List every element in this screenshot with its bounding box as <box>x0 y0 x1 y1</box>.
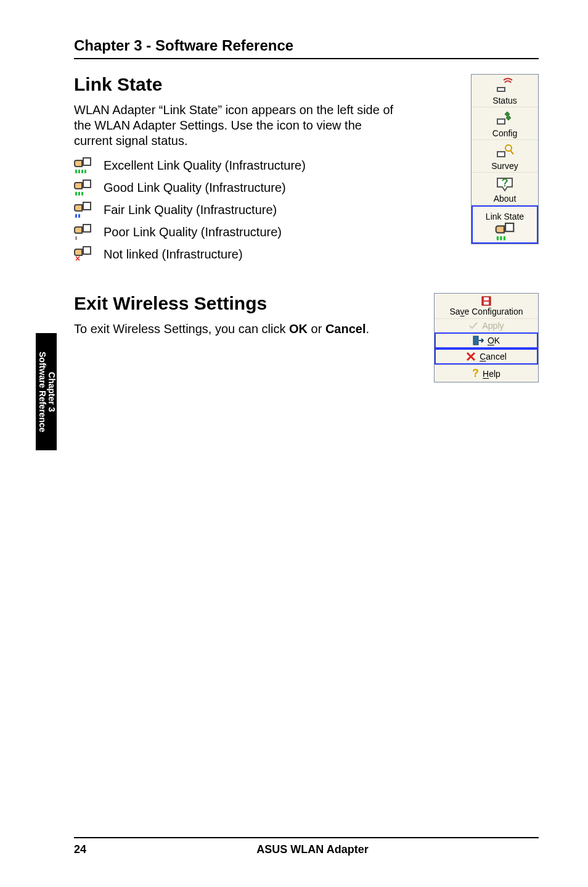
quality-row-notlinked: × Not linked (Infrastructure) <box>74 246 401 262</box>
quality-label: Not linked (Infrastructure) <box>104 247 243 262</box>
quality-row-excellent: Excellent Link Quality (Infrastructure) <box>74 157 401 173</box>
x-icon <box>466 352 476 361</box>
quality-row-fair: Fair Link Quality (Infrastructure) <box>74 202 401 218</box>
quality-row-good: Good Link Quality (Infrastructure) <box>74 179 401 196</box>
exit-text-pre: To exit Wireless Settings, you can click <box>74 322 289 336</box>
sidebar-item-survey[interactable]: Survey <box>472 140 538 173</box>
wlan-excellent-icon <box>74 157 92 173</box>
wlan-poor-icon <box>74 224 92 240</box>
sidebar-item-label: Link State <box>486 212 524 221</box>
linkstate-icon <box>494 221 516 239</box>
svg-rect-7 <box>484 302 489 305</box>
footer-page-number: 24 <box>74 843 86 856</box>
quality-label: Fair Link Quality (Infrastructure) <box>104 203 277 217</box>
exit-title: Exit Wireless Settings <box>74 293 369 314</box>
cancel-label: Cancel <box>480 352 507 361</box>
sidebar-panel: Status Config Survey <box>471 74 539 244</box>
wlan-fair-icon <box>74 202 92 218</box>
save-label: Save Configuration <box>449 307 523 316</box>
sidebar-item-about[interactable]: About <box>472 173 538 205</box>
chapter-heading: Chapter 3 - Software Reference <box>74 37 539 54</box>
quality-list: Excellent Link Quality (Infrastructure) … <box>74 157 401 262</box>
sidebar-item-label: About <box>494 194 517 204</box>
door-exit-icon <box>473 336 484 345</box>
quality-label: Good Link Quality (Infrastructure) <box>104 181 286 195</box>
ok-label: OK <box>488 336 500 345</box>
save-configuration-button[interactable]: Save Configuration <box>435 294 538 318</box>
wlan-good-icon <box>74 179 92 196</box>
exit-panel: Save Configuration Apply OK Cancel ? Hel… <box>434 293 539 382</box>
svg-rect-8 <box>473 336 478 345</box>
footer: 24 ASUS WLAN Adapter <box>0 837 588 856</box>
ok-button[interactable]: OK <box>435 332 538 349</box>
exit-or: or <box>308 322 325 336</box>
svg-rect-6 <box>484 297 489 300</box>
config-icon <box>494 110 516 127</box>
apply-button: Apply <box>435 318 538 332</box>
wlan-notlinked-icon: × <box>74 246 92 262</box>
help-button[interactable]: ? Help <box>435 365 538 382</box>
sidebar-item-config[interactable]: Config <box>472 107 538 140</box>
side-tab-line1: Chapter 3 <box>46 372 56 412</box>
about-icon <box>494 175 516 192</box>
status-icon <box>494 77 516 94</box>
quality-row-poor: Poor Link Quality (Infrastructure) <box>74 224 401 240</box>
side-chapter-tab: Chapter 3 Software Reference <box>36 333 57 450</box>
link-state-title: Link State <box>74 74 401 95</box>
link-state-intro: WLAN Adapter “Link State” icon appears o… <box>74 102 401 149</box>
survey-icon <box>494 142 516 160</box>
quality-label: Excellent Link Quality (Infrastructure) <box>104 159 306 173</box>
question-icon: ? <box>472 367 479 380</box>
exit-text: To exit Wireless Settings, you can click… <box>74 321 369 337</box>
check-icon <box>468 321 478 330</box>
exit-dot: . <box>366 322 370 336</box>
exit-cancel-word: Cancel <box>325 322 366 336</box>
sidebar-item-status[interactable]: Status <box>472 75 538 107</box>
footer-title: ASUS WLAN Adapter <box>256 843 368 856</box>
save-icon <box>481 295 492 307</box>
side-chapter-tab-text: Chapter 3 Software Reference <box>37 352 56 432</box>
help-label: Help <box>483 369 500 379</box>
svg-point-1 <box>505 145 512 151</box>
sidebar-item-linkstate[interactable]: Link State <box>472 205 538 244</box>
side-tab-line2: Software Reference <box>37 352 47 432</box>
svg-marker-0 <box>505 112 511 120</box>
sidebar-item-label: Status <box>492 96 517 105</box>
quality-label: Poor Link Quality (Infrastructure) <box>104 225 282 239</box>
cancel-button[interactable]: Cancel <box>435 349 538 365</box>
chapter-heading-row: Chapter 3 - Software Reference <box>74 37 539 59</box>
exit-ok-word: OK <box>289 322 308 336</box>
sidebar-item-label: Survey <box>491 161 518 171</box>
svg-point-4 <box>504 185 505 186</box>
svg-line-2 <box>510 151 513 154</box>
sidebar-item-label: Config <box>492 128 517 138</box>
apply-label: Apply <box>482 321 504 331</box>
